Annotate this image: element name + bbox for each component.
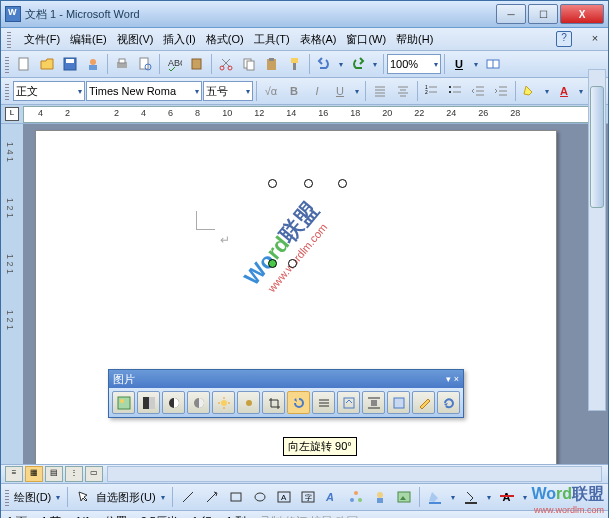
text-wrap-button[interactable] <box>362 391 385 414</box>
font-combo[interactable]: Times New Roma▾ <box>86 81 202 101</box>
print-button[interactable] <box>111 53 133 75</box>
menu-insert[interactable]: 插入(I) <box>163 32 195 47</box>
highlight-button[interactable] <box>519 80 541 102</box>
selection-handle[interactable] <box>268 179 277 188</box>
close-button[interactable]: X <box>560 4 604 24</box>
maximize-button[interactable]: ☐ <box>528 4 558 24</box>
vertical-scrollbar[interactable] <box>588 69 606 411</box>
font-color-button[interactable]: A <box>553 80 575 102</box>
picture-toolbar-title[interactable]: 图片▾ × <box>109 370 463 388</box>
autoshapes-menu[interactable]: 自选图形(U) <box>96 490 155 505</box>
decrease-indent-button[interactable] <box>467 80 489 102</box>
minimize-button[interactable]: ─ <box>496 4 526 24</box>
menu-table[interactable]: 表格(A) <box>300 32 337 47</box>
underline-button[interactable]: U <box>329 80 351 102</box>
bold-button[interactable]: B <box>283 80 305 102</box>
format-picture-button[interactable] <box>387 391 410 414</box>
menu-help[interactable]: 帮助(H) <box>396 32 433 47</box>
align-center-button[interactable] <box>392 80 414 102</box>
grip-icon[interactable] <box>5 488 9 506</box>
font-color-button-2[interactable]: A <box>496 486 518 508</box>
menu-edit[interactable]: 编辑(E) <box>70 32 107 47</box>
reading-view-button[interactable]: ▭ <box>85 466 103 482</box>
bold-button[interactable]: U <box>448 53 470 75</box>
web-layout-view-button[interactable]: ▤ <box>45 466 63 482</box>
oval-tool-button[interactable] <box>249 486 271 508</box>
zoom-combo[interactable]: 100%▾ <box>387 54 441 74</box>
increase-indent-button[interactable] <box>490 80 512 102</box>
select-objects-button[interactable] <box>72 486 94 508</box>
grip-icon[interactable] <box>5 55 9 73</box>
selection-handle[interactable] <box>288 259 297 268</box>
new-doc-button[interactable] <box>13 53 35 75</box>
insert-image-button[interactable] <box>393 486 415 508</box>
crop-button[interactable] <box>262 391 285 414</box>
more-contrast-button[interactable] <box>162 391 185 414</box>
text-box-button[interactable]: A <box>273 486 295 508</box>
line-style-button[interactable] <box>312 391 335 414</box>
normal-view-button[interactable]: ≡ <box>5 466 23 482</box>
help-icon[interactable]: ? <box>556 31 572 47</box>
line-tool-button[interactable] <box>177 486 199 508</box>
vertical-text-box-button[interactable]: 字 <box>297 486 319 508</box>
format-painter-button[interactable] <box>284 53 306 75</box>
redo-dropdown[interactable]: ▾ <box>370 60 380 69</box>
print-preview-button[interactable] <box>134 53 156 75</box>
paste-button[interactable] <box>261 53 283 75</box>
menu-file[interactable]: 文件(F) <box>24 32 60 47</box>
copy-button[interactable] <box>238 53 260 75</box>
undo-button[interactable] <box>313 53 335 75</box>
permission-button[interactable] <box>82 53 104 75</box>
align-justify-button[interactable] <box>369 80 391 102</box>
redo-button[interactable] <box>347 53 369 75</box>
fill-color-button[interactable] <box>424 486 446 508</box>
insert-picture-button[interactable] <box>112 391 135 414</box>
scrollbar-thumb[interactable] <box>590 86 604 208</box>
diagram-button[interactable] <box>345 486 367 508</box>
arrow-tool-button[interactable] <box>201 486 223 508</box>
font-size-combo[interactable]: 五号▾ <box>203 81 253 101</box>
color-button[interactable] <box>137 391 160 414</box>
ruby-button[interactable]: √α <box>260 80 282 102</box>
doc-close-button[interactable]: × <box>588 32 602 46</box>
selection-handle[interactable] <box>338 179 347 188</box>
reset-picture-button[interactable] <box>437 391 460 414</box>
less-brightness-button[interactable] <box>237 391 260 414</box>
wordart-button[interactable]: A <box>321 486 343 508</box>
horizontal-ruler[interactable]: 8642246810121416182022242628 <box>23 106 590 123</box>
bullet-list-button[interactable] <box>444 80 466 102</box>
italic-button[interactable]: I <box>306 80 328 102</box>
print-layout-view-button[interactable]: ▦ <box>25 466 43 482</box>
vertical-ruler[interactable]: 1 4 11 2 11 2 11 2 1 <box>1 124 23 464</box>
grip-icon[interactable] <box>5 82 9 100</box>
line-color-button[interactable] <box>460 486 482 508</box>
compress-button[interactable] <box>337 391 360 414</box>
menu-format[interactable]: 格式(O) <box>206 32 244 47</box>
outline-view-button[interactable]: ⋮ <box>65 466 83 482</box>
draw-menu[interactable]: 绘图(D) <box>14 490 51 505</box>
save-button[interactable] <box>59 53 81 75</box>
rectangle-tool-button[interactable] <box>225 486 247 508</box>
menu-window[interactable]: 窗口(W) <box>346 32 386 47</box>
rotation-handle[interactable] <box>268 259 277 268</box>
spell-check-button[interactable]: ABC <box>163 53 185 75</box>
numbered-list-button[interactable]: 12 <box>421 80 443 102</box>
menu-tools[interactable]: 工具(T) <box>254 32 290 47</box>
grip-icon[interactable] <box>7 30 11 48</box>
more-brightness-button[interactable] <box>212 391 235 414</box>
clipart-button[interactable] <box>369 486 391 508</box>
research-button[interactable] <box>186 53 208 75</box>
selection-handle[interactable] <box>304 179 313 188</box>
tab-selector[interactable]: L <box>5 107 19 121</box>
less-contrast-button[interactable] <box>187 391 210 414</box>
undo-dropdown[interactable]: ▾ <box>336 60 346 69</box>
transparent-color-button[interactable] <box>412 391 435 414</box>
read-mode-button[interactable] <box>482 53 504 75</box>
horizontal-scrollbar[interactable] <box>107 466 602 482</box>
cut-button[interactable] <box>215 53 237 75</box>
menu-view[interactable]: 视图(V) <box>117 32 154 47</box>
open-button[interactable] <box>36 53 58 75</box>
rotate-left-button[interactable] <box>287 391 310 414</box>
style-combo[interactable]: 正文▾ <box>13 81 85 101</box>
picture-toolbar[interactable]: 图片▾ × <box>108 369 464 418</box>
